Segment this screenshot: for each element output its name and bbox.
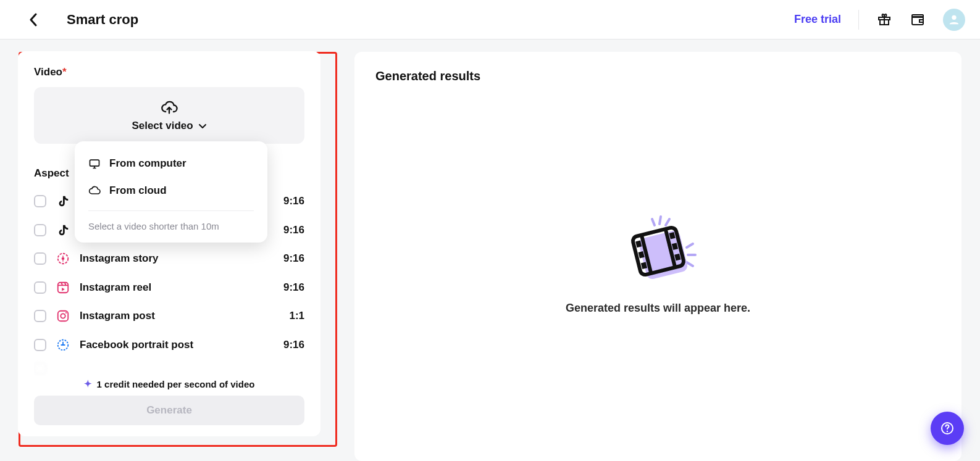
aspect-ratio-item[interactable]: Instagram story 9:16 [34,246,304,272]
dropdown-separator [88,210,254,211]
ratio-checkbox[interactable] [34,224,46,236]
results-placeholder-text: Generated results will appear here. [566,302,750,315]
ratio-checkbox[interactable] [34,252,46,265]
free-trial-link[interactable]: Free trial [794,13,841,26]
aspect-ratio-item-overflow [34,360,304,376]
cloud-icon [88,185,101,197]
ratio-name: Facebook portrait post [80,339,275,351]
monitor-icon [88,157,101,170]
ratio-value: 9:16 [283,252,304,265]
video-section-label: Video* [34,66,304,78]
help-button[interactable] [931,412,964,445]
chevron-down-icon [198,122,207,130]
aspect-ratio-item[interactable]: Instagram post 1:1 [34,303,304,330]
sparkle-icon: ✦ [84,378,92,389]
header-actions: Free trial [794,9,965,31]
ratio-checkbox[interactable] [34,339,46,351]
svg-rect-4 [919,20,923,22]
tiktok-icon [55,222,71,238]
aspect-ratio-item[interactable]: Facebook portrait post 9:16 [34,332,304,359]
avatar[interactable] [943,9,965,31]
back-button[interactable] [25,11,42,28]
instagram-post-icon [55,308,71,324]
tiktok-icon [55,193,71,209]
cloud-upload-icon [161,99,178,116]
ratio-value: 9:16 [283,224,304,236]
ratio-name: Instagram reel [80,281,275,294]
ratio-value: 9:16 [283,195,304,207]
results-panel: Generated results Generated res [354,52,961,461]
dropdown-from-cloud-label: From cloud [109,185,167,197]
svg-point-7 [62,257,65,260]
generate-button[interactable]: Generate [34,396,304,425]
svg-rect-15 [90,160,99,166]
dropdown-from-cloud[interactable]: From cloud [75,177,267,204]
divider [858,10,859,30]
svg-point-13 [65,312,67,314]
app-header: Smart crop Free trial [0,0,980,39]
dropdown-from-computer-label: From computer [109,157,186,170]
svg-point-5 [952,15,956,19]
ratio-checkbox[interactable] [34,310,46,322]
ratio-checkbox[interactable] [34,281,46,294]
select-video-button[interactable]: Select video [34,87,304,144]
svg-point-12 [61,314,65,318]
ratio-value: 1:1 [289,310,304,322]
aspect-ratio-item[interactable]: Instagram reel 9:16 [34,275,304,301]
ratio-value: 9:16 [283,339,304,351]
results-placeholder: Generated results will appear here. [375,83,940,444]
results-title: Generated results [375,69,940,83]
ratio-value: 9:16 [283,281,304,294]
select-video-dropdown: From computer From cloud Select a video … [75,141,267,243]
sidebar-highlight-box: Video* Select video Aspect [19,52,337,447]
ratio-name: Instagram post [80,310,280,322]
ratio-checkbox[interactable] [34,195,46,207]
help-icon [940,421,955,436]
instagram-reel-icon [55,280,71,296]
ratio-name: Instagram story [80,252,275,265]
wallet-icon[interactable] [910,12,926,28]
credit-note: ✦ 1 credit needed per second of video [34,378,304,389]
dropdown-from-computer[interactable]: From computer [75,150,267,177]
video-label-text: Video [34,66,62,78]
config-panel: Video* Select video Aspect [18,51,320,436]
select-video-label: Select video [132,120,193,132]
svg-point-27 [947,431,948,432]
gift-icon[interactable] [876,12,892,28]
facebook-icon [55,337,71,353]
credit-note-text: 1 credit needed per second of video [97,379,255,389]
dropdown-hint: Select a video shorter than 10m [75,217,267,234]
svg-rect-10 [58,283,69,293]
film-illustration-icon [615,213,701,287]
chevron-left-icon [29,13,38,27]
instagram-story-icon [55,251,71,267]
workspace: Video* Select video Aspect [0,39,980,461]
required-asterisk: * [62,66,67,78]
page-title: Smart crop [67,12,138,28]
